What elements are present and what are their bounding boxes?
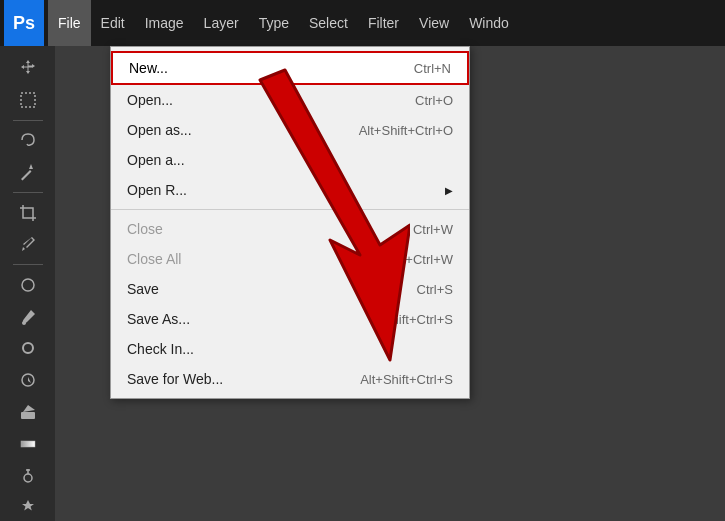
menu-item-open-as-shortcut: Alt+Shift+Ctrl+O: [359, 123, 453, 138]
menu-item-open-shortcut: Ctrl+O: [415, 93, 453, 108]
svg-rect-0: [21, 93, 35, 107]
marquee-tool[interactable]: [11, 86, 45, 114]
menu-item-open-as-label: Open as...: [127, 122, 192, 138]
menu-item-open-label: Open...: [127, 92, 173, 108]
menu-image[interactable]: Image: [135, 0, 194, 46]
menu-item-save-web-shortcut: Alt+Shift+Ctrl+S: [360, 372, 453, 387]
menu-item-save-as-label: Save As...: [127, 311, 190, 327]
svg-rect-2: [21, 412, 35, 419]
menu-item-save[interactable]: Save Ctrl+S: [111, 274, 469, 304]
menu-item-check-in[interactable]: Check In...: [111, 334, 469, 364]
menu-item-close-all[interactable]: Close All Alt+Ctrl+W: [111, 244, 469, 274]
menu-item-new[interactable]: New... Ctrl+N: [111, 51, 469, 85]
svg-rect-3: [21, 441, 35, 447]
dodge-tool[interactable]: [11, 461, 45, 489]
menu-select[interactable]: Select: [299, 0, 358, 46]
menu-type[interactable]: Type: [249, 0, 299, 46]
menu-item-save-web[interactable]: Save for Web... Alt+Shift+Ctrl+S: [111, 364, 469, 394]
gradient-tool[interactable]: [11, 430, 45, 458]
menu-item-close[interactable]: Close Ctrl+W: [111, 214, 469, 244]
menu-item-close-shortcut: Ctrl+W: [413, 222, 453, 237]
menu-item-open-a-label: Open a...: [127, 152, 185, 168]
menu-file[interactable]: File: [48, 0, 91, 46]
menu-item-check-in-label: Check In...: [127, 341, 194, 357]
left-toolbar: [0, 46, 55, 521]
magic-wand-tool[interactable]: [11, 158, 45, 186]
menu-item-close-all-shortcut: Alt+Ctrl+W: [390, 252, 453, 267]
healing-tool[interactable]: [11, 271, 45, 299]
menu-item-open-recent[interactable]: Open R... ▶: [111, 175, 469, 205]
menu-item-open-a[interactable]: Open a...: [111, 145, 469, 175]
menubar: Ps File Edit Image Layer Type Select Fil…: [0, 0, 725, 46]
move-tool[interactable]: [11, 54, 45, 82]
eraser-tool[interactable]: [11, 398, 45, 426]
toolbar-separator-3: [13, 264, 43, 265]
menu-edit[interactable]: Edit: [91, 0, 135, 46]
menu-layer[interactable]: Layer: [194, 0, 249, 46]
menu-item-save-web-label: Save for Web...: [127, 371, 223, 387]
menu-filter[interactable]: Filter: [358, 0, 409, 46]
menu-window[interactable]: Windo: [459, 0, 519, 46]
toolbar-separator-2: [13, 192, 43, 193]
lasso-tool[interactable]: [11, 126, 45, 154]
menu-item-save-label: Save: [127, 281, 159, 297]
toolbar-separator-1: [13, 120, 43, 121]
menu-item-save-as[interactable]: Save As... Shift+Ctrl+S: [111, 304, 469, 334]
main-content: New... Ctrl+N Open... Ctrl+O Open as... …: [55, 46, 725, 521]
menu-item-open[interactable]: Open... Ctrl+O: [111, 85, 469, 115]
clone-tool[interactable]: [11, 334, 45, 362]
menu-item-open-recent-label: Open R...: [127, 182, 187, 198]
menu-view[interactable]: View: [409, 0, 459, 46]
menu-item-save-as-shortcut: Shift+Ctrl+S: [383, 312, 453, 327]
menu-item-open-as[interactable]: Open as... Alt+Shift+Ctrl+O: [111, 115, 469, 145]
history-tool[interactable]: [11, 366, 45, 394]
menu-item-new-label: New...: [129, 60, 168, 76]
file-dropdown-menu: New... Ctrl+N Open... Ctrl+O Open as... …: [110, 46, 470, 399]
menu-item-new-shortcut: Ctrl+N: [414, 61, 451, 76]
menu-item-close-label: Close: [127, 221, 163, 237]
crop-tool[interactable]: [11, 199, 45, 227]
brush-tool[interactable]: [11, 303, 45, 331]
dropdown-separator-1: [111, 209, 469, 210]
menu-item-close-all-label: Close All: [127, 251, 181, 267]
submenu-arrow-icon: ▶: [445, 185, 453, 196]
menu-item-save-shortcut: Ctrl+S: [417, 282, 453, 297]
svg-point-4: [24, 474, 32, 482]
ps-logo: Ps: [4, 0, 44, 46]
eyedropper-tool[interactable]: [11, 230, 45, 258]
pen-tool[interactable]: [11, 493, 45, 521]
svg-point-1: [22, 279, 34, 291]
